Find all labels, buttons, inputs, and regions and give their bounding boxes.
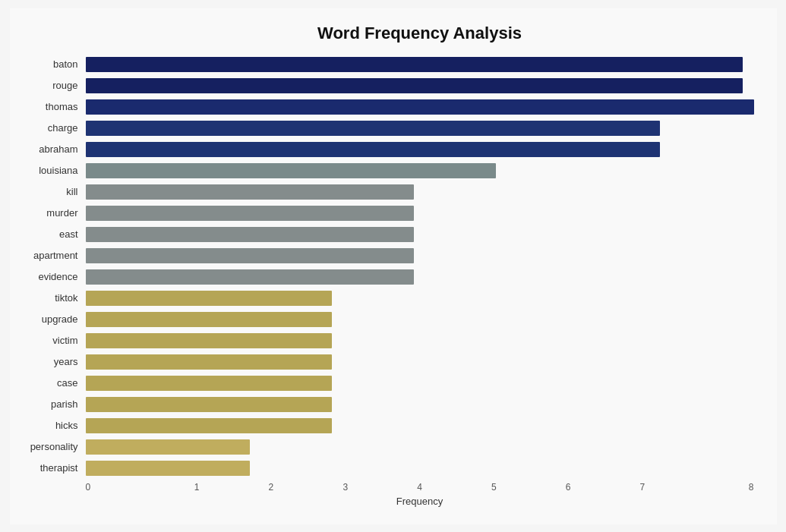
- bar: [86, 163, 497, 178]
- x-tick: 5: [456, 482, 531, 493]
- bar: [86, 418, 332, 433]
- bar-label: east: [17, 228, 86, 240]
- bar-label: murder: [17, 207, 86, 219]
- bar-row: abraham: [86, 140, 754, 159]
- bar-label: baton: [17, 58, 86, 70]
- bar-row: case: [86, 374, 754, 392]
- bar-label: abraham: [17, 143, 86, 155]
- bar: [86, 439, 250, 455]
- bar: [86, 269, 415, 285]
- bar-label: personality: [17, 441, 86, 452]
- bar-label: tiktok: [17, 292, 86, 304]
- x-tick: 6: [531, 482, 605, 493]
- bar-row: baton: [86, 55, 754, 74]
- bar: [86, 312, 332, 327]
- bar-row: victim: [86, 332, 754, 350]
- x-tick: 8: [680, 482, 754, 493]
- bar: [86, 376, 332, 391]
- x-tick: 3: [308, 482, 383, 493]
- bar-label: rouge: [17, 80, 86, 91]
- bar: [86, 78, 743, 93]
- bar: [86, 227, 415, 242]
- bars-wrapper: batonrougethomaschargeabrahamlouisianaki…: [86, 55, 754, 480]
- bar-row: rouge: [86, 77, 754, 95]
- bar-label: upgrade: [17, 313, 86, 325]
- bar-label: victim: [17, 335, 86, 346]
- bar-label: parish: [17, 398, 86, 410]
- bar-row: tiktok: [86, 289, 754, 307]
- bar-label: therapist: [17, 462, 86, 474]
- bar: [86, 206, 415, 221]
- chart-area: batonrougethomaschargeabrahamlouisianaki…: [86, 55, 754, 496]
- bar: [86, 99, 754, 115]
- bar-label: kill: [17, 186, 86, 197]
- bar-row: years: [86, 353, 754, 371]
- bar-label: evidence: [17, 271, 86, 282]
- chart-title: Word Frequency Analysis: [86, 24, 754, 43]
- bar: [86, 184, 415, 200]
- x-tick: 0: [86, 482, 160, 493]
- x-tick: 2: [234, 482, 308, 493]
- bar-row: kill: [86, 183, 754, 201]
- bar: [86, 291, 332, 306]
- bar-row: murder: [86, 204, 754, 222]
- bar-label: apartment: [17, 250, 86, 261]
- bar-label: years: [17, 356, 86, 367]
- bar-label: louisiana: [17, 165, 86, 176]
- bar-row: thomas: [86, 98, 754, 116]
- bar-label: case: [17, 377, 86, 389]
- bar-label: thomas: [17, 101, 86, 112]
- bar: [86, 354, 332, 370]
- bar-label: charge: [17, 122, 86, 134]
- bar: [86, 248, 415, 263]
- bar-row: upgrade: [86, 310, 754, 329]
- bar: [86, 397, 332, 412]
- bar: [86, 461, 250, 476]
- bar-row: hicks: [86, 417, 754, 435]
- bar: [86, 57, 743, 72]
- x-tick: 1: [159, 482, 234, 493]
- bar-label: hicks: [17, 420, 86, 431]
- chart-container: Word Frequency Analysis batonrougethomas…: [10, 8, 777, 524]
- bar-row: therapist: [86, 459, 754, 477]
- x-tick: 7: [605, 482, 680, 493]
- bar: [86, 121, 661, 136]
- bar-row: personality: [86, 438, 754, 456]
- bar-row: louisiana: [86, 162, 754, 180]
- bar-row: evidence: [86, 268, 754, 286]
- bar-row: parish: [86, 395, 754, 414]
- bar: [86, 142, 661, 157]
- x-axis-label: Frequency: [86, 496, 754, 507]
- bar: [86, 333, 332, 348]
- x-tick: 4: [383, 482, 457, 493]
- bar-row: east: [86, 225, 754, 244]
- bar-row: apartment: [86, 247, 754, 265]
- x-axis: 012345678 Frequency: [86, 482, 754, 507]
- bar-row: charge: [86, 119, 754, 137]
